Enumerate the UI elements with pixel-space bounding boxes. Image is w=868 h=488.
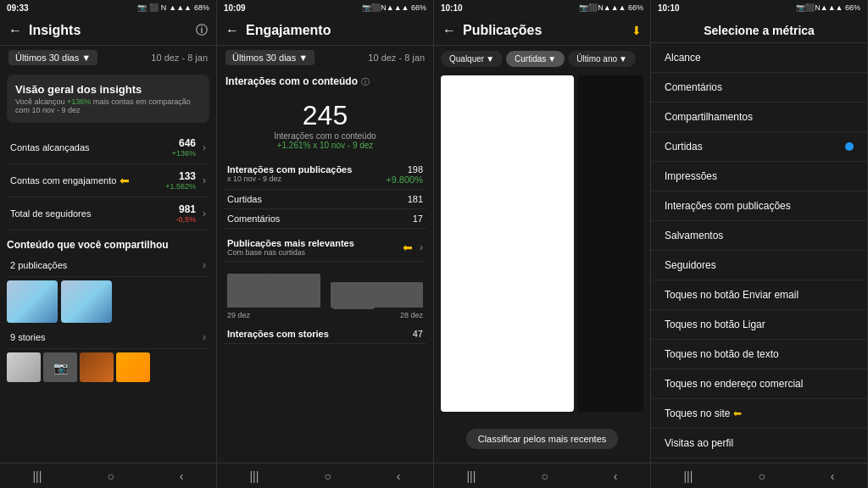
status-icons-4: 📷⬛N▲▲▲ 66% [796,3,860,12]
filter-curtidas[interactable]: Curtidas ▼ [506,51,565,67]
info-icon-1[interactable]: ⓘ [196,23,208,38]
bottom-nav-1: ||| ○ ‹ [0,463,216,488]
big-label: Interações com o conteúdo [225,131,425,141]
content-section: Conteúdo que você compartilhou 2 publica… [7,239,209,385]
metric-salvamentos[interactable]: Salvamentos [651,221,867,251]
story-thumb-4 [116,352,150,382]
stories-interactions: Interações com stories 47 [224,324,426,344]
pub-interactions-header[interactable]: Interações com publicações x 10 nov - 9 … [224,160,426,190]
metric-select-title: Selecione a métrica [651,15,867,43]
nav-home-4[interactable]: ○ [758,469,765,483]
curtidas-value: 181 [408,194,423,204]
metric-site[interactable]: Toques no site ⬅ [651,399,867,429]
stories-int-value: 47 [413,329,423,339]
chevron-stories: › [203,331,206,343]
status-icons-3: 📷⬛N▲▲▲ 66% [579,3,643,12]
metric-btn-texto[interactable]: Toques no botão de texto [651,340,867,369]
nav-menu-4[interactable]: ||| [683,469,693,483]
story-thumb-2: 📷 [43,352,77,382]
nav-back-4[interactable]: ‹ [831,469,835,483]
back-btn-3[interactable]: ← [442,23,456,38]
date-range-2: 10 dez - 8 jan [368,53,425,63]
metric-btn-email[interactable]: Toques no botão Enviar email [651,280,867,310]
overview-subtitle: Você alcançou +136% mais contas em compa… [15,97,201,114]
relevant-header[interactable]: Publicações mais relevantes Com base nas… [224,234,426,262]
pub-preview-images [441,75,643,412]
bar-labels: 29 dez 28 dez [224,311,426,319]
time-1: 09:33 [7,3,29,13]
relevant-sub: Com base nas curtidas [227,248,354,257]
nav-back-1[interactable]: ‹ [180,469,184,483]
bottom-nav-2: ||| ○ ‹ [217,463,433,488]
nav-menu-2[interactable]: ||| [249,469,259,483]
stories-int-title: Interações com stories [227,329,329,339]
filter-ano[interactable]: Último ano ▼ [568,51,636,67]
nav-home-1[interactable]: ○ [107,469,114,483]
metric-comentarios[interactable]: Comentários [651,73,867,103]
metric-endereco[interactable]: Toques no endereço comercial [651,369,867,399]
panel-select-metric: 10:10 📷⬛N▲▲▲ 66% Selecione a métrica Alc… [651,0,868,488]
chevron-0: › [203,141,206,153]
panel-insights: 09:33 📷 ⬛ N ▲▲▲ 68% ← Insights ⓘ Últimos… [0,0,217,488]
metric-impressoes[interactable]: Impressões [651,162,867,191]
metric-seguidores[interactable]: Seguidores [651,251,867,280]
metric-label-4: Impressões [665,170,717,182]
metric-visitas[interactable]: Visitas ao perfil [651,429,867,458]
content-row-publications[interactable]: 2 publicações › [7,254,209,277]
bar-chart [224,265,426,308]
metric-curtidas[interactable]: Curtidas [651,132,867,162]
metric-list: Alcance Comentários Compartilhamentos Cu… [651,43,867,463]
bar-label-2: 28 dez [400,311,423,319]
page-title-3: Publicações [463,23,625,38]
metric-label-13: Visitas ao perfil [665,437,733,449]
metric-compartilhamentos[interactable]: Compartilhamentos [651,103,867,132]
nav-menu-3[interactable]: ||| [466,469,476,483]
nav-back-2[interactable]: ‹ [397,469,401,483]
back-btn-2[interactable]: ← [225,23,239,38]
overview-title: Visão geral dos insights [15,83,201,96]
thumb-2 [61,280,112,323]
status-bar-3: 10:10 📷⬛N▲▲▲ 66% [434,0,650,15]
stat-row-1[interactable]: Contas com engajamento ⬅ 133 +1.562% › [7,164,209,197]
stat-row-2[interactable]: Total de seguidores 981 -0,5% › [7,197,209,230]
filter-qualquer[interactable]: Qualquer ▼ [441,51,503,67]
content-row-stories[interactable]: 9 stories › [7,326,209,349]
metric-btn-ligar[interactable]: Toques no botão Ligar [651,310,867,340]
chevron-1: › [203,175,206,186]
stat-row-0[interactable]: Contas alcançadas 646 +136% › [7,131,209,164]
date-dropdown-2[interactable]: Últimos 30 dias ▼ [225,50,314,65]
curtidas-label: Curtidas [227,194,262,204]
curtidas-row: Curtidas 181 [224,190,426,209]
stories-interactions-row[interactable]: Interações com stories 47 [224,324,426,344]
pub-int-change: +9.800% [386,175,423,185]
status-icons-1: 📷 ⬛ N ▲▲▲ 68% [137,3,209,12]
metric-label-9: Toques no botão Ligar [665,319,765,330]
nav-back-3[interactable]: ‹ [614,469,618,483]
date-dropdown-1[interactable]: Últimos 30 dias ▼ [8,50,97,65]
bottom-nav-3: ||| ○ ‹ [434,463,650,488]
stats-section: Contas alcançadas 646 +136% › Contas com… [7,131,209,230]
panel-engajamento: 10:09 📷⬛N▲▲▲ 66% ← Engajamento Últimos 3… [217,0,434,488]
filter-row: Qualquer ▼ Curtidas ▼ Último ano ▼ [434,46,650,72]
metric-interacoes-pub[interactable]: Interações com publicações [651,191,867,221]
stories-thumbs: 📷 [7,352,209,382]
stat-change-1: +1.562% [165,182,196,191]
time-2: 10:09 [224,3,246,13]
status-icons-2: 📷⬛N▲▲▲ 66% [362,3,426,12]
back-btn-1[interactable]: ← [8,23,22,38]
stat-label-1: Contas com engajamento ⬅ [10,174,130,187]
metric-alcance[interactable]: Alcance [651,43,867,73]
pub-img-1 [441,75,574,412]
stat-value-2: 981 [175,203,196,215]
thumb-1 [7,280,58,323]
nav-home-2[interactable]: ○ [324,469,331,483]
classify-btn[interactable]: Classificar pelos mais recentes [466,429,619,449]
nav-home-3[interactable]: ○ [541,469,548,483]
pub-int-value: 198 [386,164,423,175]
status-bar-2: 10:09 📷⬛N▲▲▲ 66% [217,0,433,15]
bar-2 [331,282,424,308]
nav-menu-1[interactable]: ||| [32,469,42,483]
overview-box: Visão geral dos insights Você alcançou +… [7,75,209,123]
thumbnails [7,280,209,323]
metric-selected-dot [845,142,854,151]
